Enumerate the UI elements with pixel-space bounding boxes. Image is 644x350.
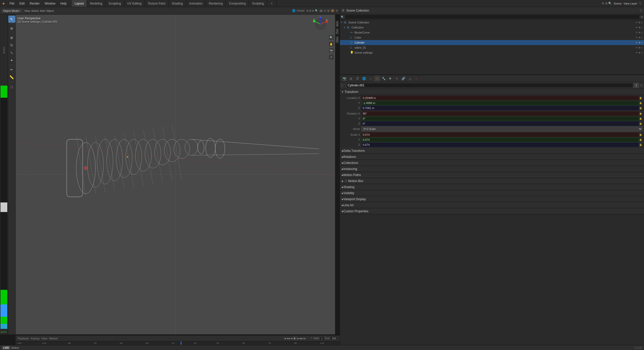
rotation-y-input[interactable] [361,116,639,121]
lock-sx-icon[interactable]: 🔒 [639,133,642,136]
outliner-collection[interactable]: ▾ ⊞ Collection 👁 ✱ ⊙ [340,25,644,30]
prop-tab-scene[interactable]: 🌐 [361,76,367,82]
n-panel-tab-item[interactable]: Item [335,20,339,27]
playback-menu[interactable]: Playback [18,337,29,340]
timeline-play[interactable]: ▶ [293,336,297,340]
lock-z-icon[interactable]: 🔒 [639,107,642,109]
visibility-icon[interactable]: 👁 [635,21,638,24]
line-art-section[interactable]: ▸ Line Art [340,202,644,208]
n-panel-tab-tool[interactable]: Tool [335,28,339,35]
tab-scripting[interactable]: Scripting [249,0,267,7]
instancing-section[interactable]: ▸ Instancing [340,166,644,172]
scale-z-input[interactable] [361,143,639,147]
prop-tab-view-layer[interactable]: ☰ [354,76,360,82]
select-menu[interactable]: Select [31,9,39,12]
collections-section[interactable]: ▸ Collections [340,160,644,166]
outliner-scene-settings[interactable]: 💡 Scene settings 👁 ✱ ⊙ [340,50,644,55]
main-3d-viewport[interactable]: User Perspective (0) Scene settings | Cy… [16,15,335,334]
nav-gizmo[interactable]: X Y Z [313,17,328,35]
menu-render[interactable]: Render [27,0,42,7]
tab-rendering[interactable]: Rendering [206,0,226,7]
lock-sy-icon[interactable]: 🔒 [639,138,642,141]
add-menu[interactable]: Add [40,9,45,12]
scale-x-input[interactable] [361,132,639,137]
outliner-scene-collection[interactable]: ▾ ⊞ Scene Collection 👁 ✱ ⊙ [340,20,644,25]
rotation-x-input[interactable] [361,111,639,116]
rotation-z-input[interactable] [361,121,639,126]
annotate-tool[interactable]: ✏ [8,66,15,73]
location-z-input[interactable] [361,106,639,110]
viewport-shading-material[interactable]: ● [327,9,330,12]
marker-menu[interactable]: Marker [49,337,58,340]
outliner-bezier-curve[interactable]: 〜 BezierCurve 👁 ✱ ⊙ [340,30,644,35]
move-tool[interactable]: ⊕ [8,34,15,41]
timeline-next-frame[interactable]: ▶ [297,337,299,340]
custom-properties-section[interactable]: ▸ Custom Properties [340,208,644,214]
obj-settings-icon[interactable]: ⚙ [640,84,642,87]
timeline-prev-keyframe[interactable]: ◀◀ [287,337,290,340]
restrict-icon[interactable]: ✱ [638,21,640,24]
tab-sculpting[interactable]: Sculpting [106,0,124,7]
outliner-cube[interactable]: □ Cube 👁 ✱ ⊙ [340,35,644,40]
location-y-input[interactable] [361,101,639,105]
view-menu[interactable]: View [24,9,30,12]
blender-logo[interactable]: ● [0,0,7,7]
viewport-shading-render[interactable]: 🔆 [330,9,335,12]
motion-blur-section[interactable]: ▸ ☐ Motion Blur [340,178,644,184]
tab-texture-paint[interactable]: Texture Paint [145,0,169,7]
tab-shading[interactable]: Shading [169,0,186,7]
object-mode-dropdown[interactable]: Object Mode ▾ [2,9,22,13]
view-menu-timeline[interactable]: View [41,337,47,340]
viewport-zoom-in[interactable]: 🔍 [329,35,334,40]
filter-icon[interactable]: ▽ [639,2,641,5]
timeline-next-keyframe[interactable]: ▶▶ [300,337,303,340]
keying-menu[interactable]: Keying [31,337,39,340]
scale-tool[interactable]: ⤡ [8,49,15,56]
timeline-goto-end[interactable]: ▶| [304,337,306,340]
viewport-display-section[interactable]: ▸ Viewport Display [340,196,644,202]
viewport-camera[interactable]: 📷 [329,48,334,53]
timeline-prev-frame[interactable]: ◀ [291,337,292,340]
outliner-options[interactable]: ⚙ [641,16,643,18]
menu-file[interactable]: File [7,0,17,7]
viewport-hand[interactable]: ✋ [329,41,334,47]
tab-modeling[interactable]: Modeling [87,0,106,7]
outliner-filter[interactable]: ▽ [640,9,642,12]
menu-help[interactable]: Help [58,0,69,7]
object-menu[interactable]: Object [46,9,54,12]
lock-y-icon[interactable]: 🔒 [639,102,642,104]
viewport-grid-toggle[interactable]: # [329,54,334,60]
timeline-goto-start[interactable]: |◀ [284,337,286,340]
tab-animation[interactable]: Animation [186,0,206,7]
lock-rz-icon[interactable]: 🔒 [639,122,642,125]
prop-tab-particles[interactable]: ✱ [387,76,393,82]
object-name-input[interactable] [346,83,633,88]
end-frame-input[interactable]: 250 [331,336,338,340]
status-lmb[interactable]: LMB [2,346,10,349]
measure-tool[interactable]: 📏 [8,74,15,81]
prop-tab-physics[interactable]: ⚛ [394,76,400,82]
delta-transform-section[interactable]: ▸ Delta Transform [340,148,644,154]
add-object-tool[interactable]: □ [8,83,15,90]
tab-layout[interactable]: Layout [72,0,87,7]
prop-tab-world[interactable]: ○ [368,76,374,82]
viewport-shading-wire[interactable]: □ [323,9,326,12]
prop-tab-output[interactable]: 🖨 [348,76,354,82]
cursor-tool[interactable]: ⊕ [8,25,15,32]
motion-blur-checkbox[interactable]: ☐ [345,180,347,182]
rotation-mode-select[interactable]: XYZ Euler [361,126,642,131]
shading-section[interactable]: ▸ Shading [340,184,644,190]
transform-tool[interactable]: ✦ [8,57,15,64]
motion-paths-section[interactable]: ▸ Motion Paths [340,172,644,178]
tab-compositing[interactable]: Compositing [226,0,249,7]
outliner-cylinder[interactable]: ⬡ Cylinder 👁 ✱ ⊙ [340,40,644,45]
prop-tab-modifier[interactable]: 🔧 [381,76,387,82]
prop-tab-constraints[interactable]: 🔗 [400,76,406,82]
tab-add[interactable]: ＋ [267,0,276,7]
viewport-shading-solid[interactable]: ◑ [319,9,323,12]
scale-y-input[interactable] [361,137,639,142]
lock-x-icon[interactable]: 🔒 [639,97,642,99]
relations-section[interactable]: ▸ Relations [340,154,644,160]
visibility-section[interactable]: ▸ Visibility [340,190,644,196]
select-tool[interactable]: ↖ [8,16,15,23]
